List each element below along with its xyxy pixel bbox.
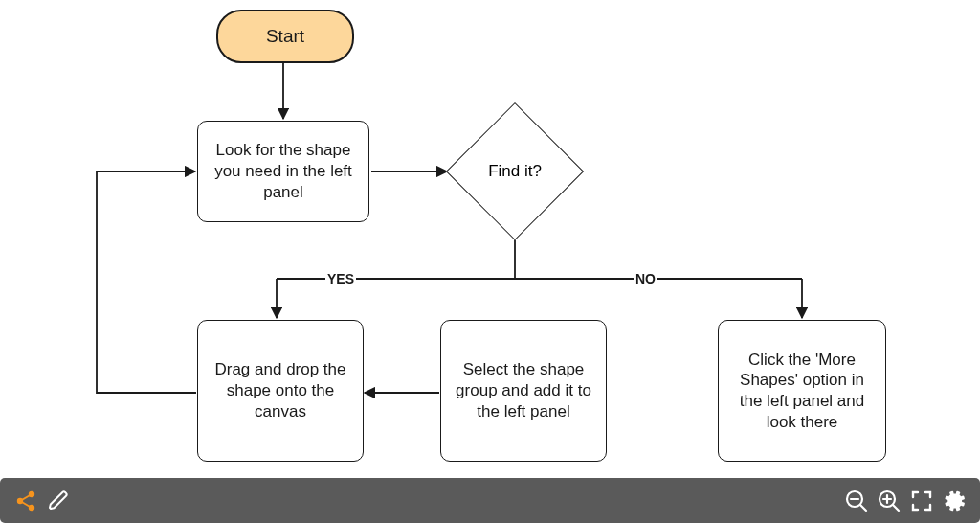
zoom-out-button[interactable] (840, 485, 873, 517)
zoom-out-icon (844, 489, 869, 513)
zoom-in-icon (877, 489, 902, 513)
bottom-toolbar (0, 478, 980, 523)
no-edge-label: NO (634, 271, 657, 286)
start-node[interactable]: Start (216, 10, 354, 63)
edit-button[interactable] (42, 485, 75, 517)
look-for-shape-node[interactable]: Look for the shape you need in the left … (197, 121, 369, 222)
yes-edge-label: YES (325, 271, 356, 286)
pencil-icon (47, 489, 70, 512)
fullscreen-button[interactable] (905, 485, 938, 517)
svg-point-4 (29, 504, 34, 510)
gear-icon (942, 489, 967, 513)
share-button[interactable] (10, 485, 42, 517)
drag-drop-node[interactable]: Drag and drop the shape onto the canvas (197, 320, 364, 462)
zoom-in-button[interactable] (873, 485, 905, 517)
decision-label: Find it? (447, 123, 584, 220)
settings-button[interactable] (938, 485, 970, 517)
more-shapes-node[interactable]: Click the 'More Shapes' option in the le… (718, 320, 886, 462)
svg-point-2 (17, 497, 23, 503)
svg-point-3 (29, 490, 34, 496)
flowchart-canvas[interactable]: Start Look for the shape you need in the… (0, 0, 980, 478)
fullscreen-icon (909, 489, 934, 513)
svg-line-9 (893, 505, 899, 511)
select-shape-group-node[interactable]: Select the shape group and add it to the… (440, 320, 607, 462)
share-icon (13, 489, 38, 513)
find-it-decision[interactable]: Find it? (466, 123, 564, 220)
svg-line-6 (860, 505, 866, 511)
